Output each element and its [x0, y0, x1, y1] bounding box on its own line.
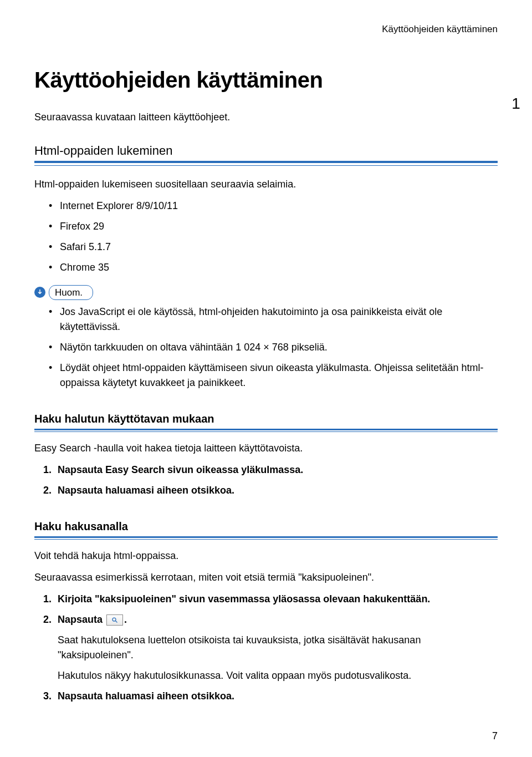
- body-text: Seuraavassa esimerkissä kerrotaan, miten…: [34, 570, 498, 585]
- body-text: Html-oppaiden lukemiseen suositellaan se…: [34, 177, 498, 192]
- body-text: Easy Search -haulla voit hakea tietoja l…: [34, 441, 498, 456]
- note-label: Huom.: [49, 285, 93, 301]
- svg-line-1: [116, 621, 117, 623]
- chapter-number-badge: 1: [500, 89, 532, 119]
- step-sub-text: Saat hakutuloksena luettelon otsikoista …: [58, 633, 498, 663]
- step-item: Napsauta haluamasi aiheen otsikkoa.: [43, 483, 498, 498]
- list-item: Chrome 35: [49, 260, 498, 275]
- page-title: Käyttöohjeiden käyttäminen: [34, 63, 498, 96]
- steps-list: Napsauta Easy Search sivun oikeassa yläk…: [43, 463, 498, 498]
- section-heading-html-guides: Html-oppaiden lukeminen: [34, 141, 498, 163]
- step-item: Napsauta . Saat hakutuloksena luettelon …: [43, 612, 498, 683]
- note-badge: Huom.: [34, 285, 498, 301]
- page-number: 7: [492, 729, 498, 744]
- list-item: Jos JavaScript ei ole käytössä, html-ohj…: [49, 304, 498, 334]
- divider: [34, 431, 498, 432]
- list-item: Internet Explorer 8/9/10/11: [49, 199, 498, 214]
- divider: [34, 165, 498, 166]
- step-text: Kirjoita "kaksipuoleinen" sivun vasemmas…: [58, 593, 430, 604]
- list-item: Firefox 29: [49, 219, 498, 234]
- body-text: Voit tehdä hakuja html-oppaissa.: [34, 548, 498, 563]
- intro-text: Seuraavassa kuvataan laitteen käyttöohje…: [34, 110, 498, 125]
- step-sub-text: Hakutulos näkyy hakutulosikkunassa. Voit…: [58, 668, 498, 683]
- running-header: Käyttöohjeiden käyttäminen: [34, 22, 498, 37]
- step-text-suffix: .: [124, 614, 127, 625]
- step-text: Napsauta haluamasi aiheen otsikkoa.: [58, 690, 234, 702]
- page-container: Käyttöohjeiden käyttäminen 1 Käyttöohjei…: [0, 0, 532, 757]
- step-item: Kirjoita "kaksipuoleinen" sivun vasemmas…: [43, 592, 498, 607]
- step-item: Napsauta haluamasi aiheen otsikkoa.: [43, 689, 498, 704]
- list-item: Safari 5.1.7: [49, 240, 498, 255]
- list-item: Näytön tarkkuuden on oltava vähintään 1 …: [49, 340, 498, 355]
- step-text-prefix: Napsauta: [58, 614, 105, 625]
- section-heading-search-usage: Haku halutun käyttötavan mukaan: [34, 410, 498, 430]
- step-item: Napsauta Easy Search sivun oikeassa yläk…: [43, 463, 498, 477]
- section-heading-search-keyword: Haku hakusanalla: [34, 518, 498, 538]
- divider: [34, 539, 498, 540]
- magnifier-icon: [106, 614, 123, 626]
- svg-point-0: [112, 618, 116, 621]
- steps-list: Kirjoita "kaksipuoleinen" sivun vasemmas…: [43, 592, 498, 704]
- note-list: Jos JavaScript ei ole käytössä, html-ohj…: [49, 304, 498, 390]
- step-text: Napsauta Easy Search sivun oikeassa yläk…: [58, 464, 303, 475]
- arrow-down-icon: [34, 287, 45, 298]
- list-item: Löydät ohjeet html-oppaiden käyttämiseen…: [49, 360, 498, 390]
- browser-list: Internet Explorer 8/9/10/11 Firefox 29 S…: [49, 199, 498, 275]
- step-text: Napsauta haluamasi aiheen otsikkoa.: [58, 485, 234, 496]
